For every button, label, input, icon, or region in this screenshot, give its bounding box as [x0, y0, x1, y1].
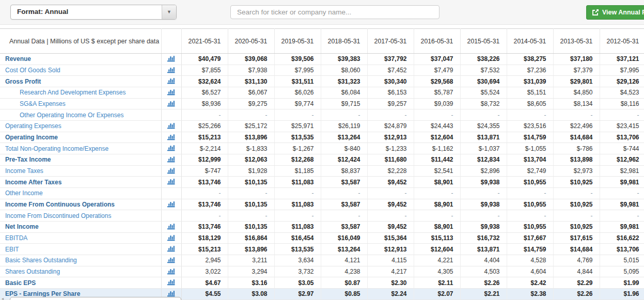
bar-chart-icon[interactable] [167, 290, 176, 297]
value-cell: $37,121 [600, 54, 644, 65]
value-cell: $31,039 [507, 76, 553, 87]
row-label-link[interactable]: EBIT [5, 246, 19, 253]
bar-chart-icon[interactable] [167, 267, 176, 275]
value-cell: 3,211 [228, 255, 274, 266]
bar-chart-icon[interactable] [167, 77, 176, 84]
row-label-link[interactable]: Total Non-Operating Income/Expense [5, 145, 108, 152]
value-cell: $13,535 [274, 132, 321, 143]
bar-chart-icon[interactable] [167, 178, 176, 185]
row-label-link[interactable]: SG&A Expenses [20, 100, 66, 107]
row-label-link[interactable]: Revenue [5, 55, 31, 62]
bar-chart-icon[interactable] [167, 223, 176, 230]
table-row: Shares Outstanding3,0223,2943,7324,2384,… [0, 266, 644, 277]
row-label-link[interactable]: Other Income [5, 190, 43, 197]
row-label-link[interactable]: Operating Expenses [5, 122, 61, 130]
value-cell: $1,928 [228, 165, 274, 177]
row-label-link[interactable]: Basic EPS [5, 279, 36, 287]
chart-icon-cell [161, 177, 181, 188]
row-label-link[interactable]: Income After Taxes [5, 179, 61, 186]
row-label-link[interactable]: Operating Income [5, 134, 58, 141]
value-cell: - [181, 109, 228, 121]
bar-chart-icon[interactable] [167, 278, 176, 286]
value-cell: $29,801 [553, 76, 600, 87]
bar-chart-icon[interactable] [167, 144, 176, 151]
bar-chart-icon[interactable] [167, 167, 176, 174]
value-cell: $8,901 [414, 177, 460, 188]
row-label-link[interactable]: Income Taxes [5, 167, 43, 175]
value-cell: 4,769 [553, 255, 600, 266]
value-cell: $13,706 [600, 244, 644, 255]
value-cell: - [367, 210, 414, 222]
bar-chart-icon[interactable] [167, 245, 176, 252]
row-label-link[interactable]: Income From Continuous Operations [5, 201, 115, 208]
chart-icon-cell [161, 121, 181, 132]
row-label-link[interactable]: Net Income [5, 223, 39, 230]
chart-icon-cell [161, 154, 181, 166]
search-input[interactable] [230, 5, 439, 19]
dropdown-arrow-button[interactable]: ▼ [162, 5, 176, 19]
chart-icon-cell [161, 255, 181, 266]
value-cell: $16,049 [321, 232, 367, 244]
value-cell: $9,715 [321, 98, 367, 109]
value-cell: - [460, 109, 507, 121]
value-cell: $3,587 [321, 177, 367, 188]
format-dropdown[interactable]: Format: Annual ▼ [10, 5, 177, 20]
column-header-date: 2020-05-31 [228, 29, 274, 54]
value-cell: $1.99 [600, 277, 644, 289]
chart-icon-cell [161, 54, 181, 65]
value-cell: $9,039 [414, 98, 460, 109]
value-cell: $2.26 [460, 277, 507, 289]
table-row: SG&A Expenses$8,936$9,275$9,774$9,715$9,… [0, 98, 644, 109]
value-cell: $39,383 [321, 54, 367, 65]
table-body: Revenue$40,479$39,068$39,506$39,383$37,7… [0, 54, 644, 300]
value-cell: $3,587 [321, 222, 367, 233]
value-cell: 5,095 [600, 266, 644, 277]
value-cell: $13,264 [321, 132, 367, 143]
bar-chart-icon[interactable] [167, 200, 176, 208]
view-annual-reports-button[interactable]: View Annual Rep [586, 5, 644, 20]
bar-chart-icon[interactable] [167, 55, 176, 62]
value-cell: $-840 [321, 143, 367, 154]
table-row: Pre-Tax Income$12,999$12,063$12,268$12,4… [0, 154, 644, 166]
table-row: Operating Expenses$25,266$25,172$25,971$… [0, 121, 644, 132]
chart-icon-cell [161, 109, 181, 121]
value-cell: $2.30 [367, 277, 414, 289]
bar-chart-icon[interactable] [167, 234, 176, 241]
row-label-link[interactable]: Basic Shares Outstanding [5, 257, 77, 264]
bar-chart-icon[interactable] [167, 66, 176, 73]
column-header-date: 2018-05-31 [321, 29, 367, 54]
value-cell: $13,746 [181, 199, 228, 210]
value-cell: $22,496 [553, 121, 600, 132]
bar-chart-icon[interactable] [167, 88, 176, 96]
row-label-link[interactable]: Cost Of Goods Sold [5, 67, 60, 74]
bar-chart-icon[interactable] [167, 122, 176, 129]
value-cell: $11,083 [274, 222, 321, 233]
value-cell: 4,115 [367, 255, 414, 266]
row-label-link[interactable]: Income From Discontinued Operations [5, 212, 111, 219]
value-cell: $25,172 [228, 121, 274, 132]
row-label-link[interactable]: EBITDA [5, 234, 27, 242]
format-dropdown-label: Format: Annual [17, 8, 68, 15]
table-row: Total Non-Operating Income/Expense$-2,21… [0, 143, 644, 154]
value-cell: $11,680 [367, 154, 414, 166]
row-label-link[interactable]: Pre-Tax Income [5, 156, 51, 163]
row-label-link[interactable]: Research And Development Expenses [20, 89, 125, 96]
bar-chart-icon[interactable] [167, 133, 176, 140]
row-label-link[interactable]: Gross Profit [5, 78, 41, 85]
table-row: EBIT$15,213$13,896$13,535$13,264$12,913$… [0, 244, 644, 255]
value-cell: $39,506 [274, 54, 321, 65]
value-cell: $40,479 [181, 54, 228, 65]
row-label-link[interactable]: Shares Outstanding [5, 268, 60, 275]
value-cell: $25,971 [274, 121, 321, 132]
value-cell: $9,938 [460, 222, 507, 233]
value-cell: $10,925 [553, 222, 600, 233]
value-cell: $37,180 [553, 54, 600, 65]
value-cell: - [181, 210, 228, 222]
value-cell: $3.08 [228, 289, 274, 300]
bar-chart-icon[interactable] [167, 100, 176, 107]
value-cell: 4,604 [507, 266, 553, 277]
value-cell: $24,879 [367, 121, 414, 132]
bar-chart-icon[interactable] [167, 155, 176, 163]
bar-chart-icon[interactable] [167, 256, 176, 263]
row-label-link[interactable]: Other Operating Income Or Expenses [20, 112, 123, 119]
